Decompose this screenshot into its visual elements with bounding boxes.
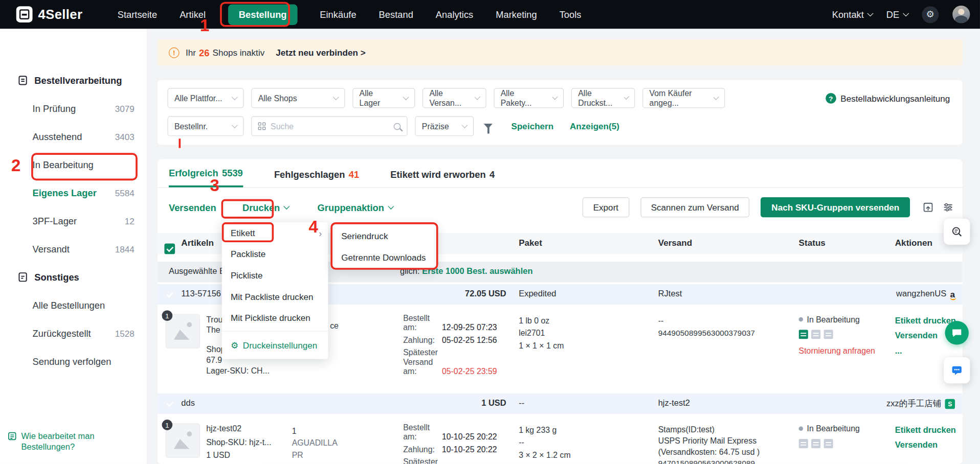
menu-item-pickliste[interactable]: Pickliste <box>222 265 328 286</box>
product-image[interactable]: 1 <box>166 423 200 457</box>
item-label: In Bearbeitung <box>33 159 94 170</box>
send-by-sku-button[interactable]: Nach SKU-Gruppen versenden <box>761 197 910 217</box>
nav-marketing[interactable]: Marketing <box>496 9 537 20</box>
chevron-down-icon <box>867 10 874 16</box>
order-row-detail: 1 hjz-test02 Shop-SKU: hjz-t... 1 USD 1 … <box>158 414 963 464</box>
sidebar-item-eigenes-lager[interactable]: Eigenes Lager 5584 <box>33 188 135 198</box>
sidebar-item-ausstehend[interactable]: Ausstehend 3403 <box>33 131 135 142</box>
versand-select[interactable]: Alle Versan... <box>422 88 486 108</box>
nav-tools[interactable]: Tools <box>560 9 582 20</box>
show-results-link[interactable]: Anzeigen(5) <box>570 121 619 131</box>
nav-bestellung[interactable]: Bestellung <box>228 4 297 25</box>
column-settings-icon[interactable] <box>943 202 954 213</box>
nav-startseite[interactable]: Startseite <box>118 9 157 20</box>
product-image[interactable]: 1 <box>166 314 200 349</box>
tab-etikett-wird-erworben[interactable]: Etikett wird erworben4 <box>390 169 495 187</box>
shops-inactive-banner: ! Ihr 26 Shops inaktiv Jetzt neu verbind… <box>158 39 963 65</box>
shop-name: wangzhenUS a <box>896 289 955 298</box>
gruppenaktion-dropdown[interactable]: Gruppenaktion <box>318 202 393 213</box>
reconnect-link[interactable]: Jetzt neu verbinden > <box>276 48 365 58</box>
shipping-service: Expedited <box>519 289 556 298</box>
help-link[interactable]: Wie bearbeitet man Bestellungen? <box>8 431 114 452</box>
print-label-link[interactable]: Etikett drucken <box>895 423 956 437</box>
chevron-down-icon <box>283 203 289 209</box>
order-row-header[interactable]: dds 1 USD -- hjz-test2 zxz的手工店铺 S <box>158 393 963 414</box>
tab-erfolgreich[interactable]: Erfolgreich5539 <box>169 167 243 187</box>
kontakt-menu[interactable]: Kontakt <box>832 9 873 20</box>
guide-link[interactable]: ? Bestellabwicklungsanleitung <box>826 93 950 104</box>
tab-fehlgeschlagen[interactable]: Fehlgeschlagen41 <box>274 169 359 187</box>
sidebar-item-versandt[interactable]: Versandt 1844 <box>33 244 135 254</box>
platform-select[interactable]: Alle Plattfor... <box>167 88 243 108</box>
menu-item-packliste[interactable]: Packliste <box>222 244 328 265</box>
menu-item-mit-pickliste[interactable]: Mit Pickliste drucken <box>222 307 328 329</box>
filter-funnel-icon[interactable] <box>484 124 493 129</box>
versenden-link[interactable]: Versenden <box>169 202 216 213</box>
language-menu[interactable]: DE <box>886 9 908 20</box>
export-button[interactable]: Export <box>583 197 629 217</box>
chevron-down-icon <box>388 203 394 209</box>
search-orders-widget[interactable] <box>944 219 970 245</box>
sidebar-item-alle-bestellungen[interactable]: Alle Bestellungen <box>33 300 135 311</box>
menu-item-mit-packliste[interactable]: Mit Packliste drucken <box>222 286 328 308</box>
druckstatus-select[interactable]: Alle Druckst... <box>571 88 635 108</box>
drucken-dropdown[interactable]: Drucken <box>242 202 288 213</box>
select-first-1000-link[interactable]: Erste 1000 Best. auswählen <box>422 267 532 276</box>
pakettyp-select[interactable]: Alle Pakety... <box>494 88 564 108</box>
submenu-item-seriendruck[interactable]: Seriendruck <box>332 225 436 247</box>
avatar[interactable] <box>952 6 970 23</box>
item-count: 1528 <box>115 328 135 338</box>
sidebar-item-in-bearbeitung[interactable]: In Bearbeitung <box>33 159 135 170</box>
paket-name: -- <box>519 436 571 449</box>
more-actions-link[interactable]: ... <box>895 343 956 358</box>
nav-bestand[interactable]: Bestand <box>379 9 413 20</box>
export-report-icon[interactable] <box>923 202 934 213</box>
sidebar-group-bestellverarbeitung[interactable]: Bestellverarbeitung <box>17 75 122 86</box>
product-title[interactable]: Trou <box>206 315 222 324</box>
lager-select[interactable]: Alle Lager <box>352 88 415 108</box>
logo-text: 4Seller <box>38 7 83 21</box>
versand-info: -- 9449050899563000379037 <box>658 315 755 340</box>
search-type-select[interactable]: Bestellnr. <box>167 116 243 136</box>
sidebar-item-in-pruefung[interactable]: In Prüfung 3079 <box>33 103 135 114</box>
kaeufer-select[interactable]: Vom Käufer angeg... <box>642 88 725 108</box>
lager-sku: Lager-SKU: CH... <box>206 366 270 375</box>
cancel-request-link[interactable]: Stornierung anfragen <box>799 346 875 355</box>
sidebar-item-sendung-verfolgen[interactable]: Sendung verfolgen <box>33 356 135 366</box>
guide-icon <box>8 431 17 440</box>
message-widget[interactable] <box>944 357 970 383</box>
versand-line: -- <box>658 315 755 327</box>
item-count: 5584 <box>115 188 135 198</box>
settings-gear-icon[interactable]: ⚙ <box>922 6 939 23</box>
item-count: 3079 <box>115 103 135 113</box>
nav-artikel[interactable]: Artikel <box>180 9 206 20</box>
precise-select[interactable]: Präzise <box>415 116 474 136</box>
menu-item-etikett[interactable]: Etikett › <box>222 222 328 244</box>
order-dates: Bestellt am: 12-09-25 07:23 Zahlung: 05-… <box>403 313 536 376</box>
nav-analytics[interactable]: Analytics <box>436 9 473 20</box>
chevron-down-icon <box>403 94 409 100</box>
menu-item-druckeinstellungen[interactable]: ⚙ Druckeinstellungen <box>222 334 328 357</box>
save-filter-link[interactable]: Speichern <box>511 121 554 131</box>
search-input[interactable] <box>271 122 389 131</box>
label-icon <box>799 439 808 448</box>
order-price: 72.05 USD <box>431 289 506 298</box>
order-id: 113-57156 <box>181 289 221 298</box>
submenu-item-getrennte-downloads[interactable]: Getrennte Downloads <box>332 247 436 268</box>
product-title[interactable]: hjz-test02 <box>206 424 241 433</box>
send-link[interactable]: Versenden <box>895 438 956 453</box>
sidebar-group-sonstiges[interactable]: Sonstiges <box>17 272 79 283</box>
shops-select[interactable]: Alle Shops <box>251 88 345 108</box>
nav-einkaeufe[interactable]: Einkäufe <box>320 9 356 20</box>
status-tabs: Erfolgreich5539 Fehlgeschlagen41 Etikett… <box>158 159 963 188</box>
search-icon[interactable] <box>394 123 400 129</box>
sidebar-item-zurueckgestellt[interactable]: Zurückgestellt 1528 <box>33 328 135 338</box>
scan-to-ship-button[interactable]: Scannen zum Versand <box>640 197 750 217</box>
help-icon: ? <box>826 93 836 104</box>
shop-icon: S <box>945 399 955 409</box>
sidebar-item-3pf-lager[interactable]: 3PF-Lager 12 <box>33 216 135 226</box>
logo[interactable]: 4Seller <box>16 6 83 22</box>
support-chat-button[interactable] <box>945 321 969 344</box>
col-artikeln: Artikeln <box>181 238 214 248</box>
chevron-down-icon <box>623 94 629 100</box>
